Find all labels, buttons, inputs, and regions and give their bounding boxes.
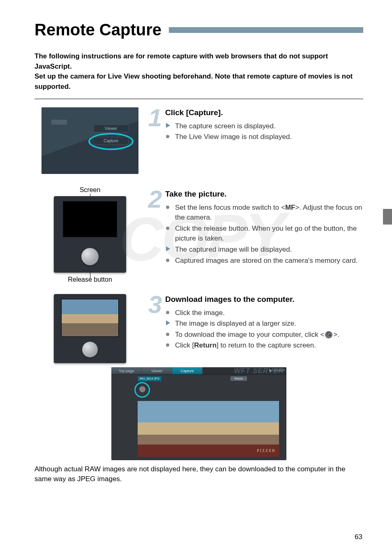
page-title: Remote Capture xyxy=(35,21,161,39)
captured-photo[interactable] xyxy=(138,401,279,457)
step-3-bullets: Click the image.The image is displayed a… xyxy=(165,308,363,351)
page-number: 63 xyxy=(355,533,362,541)
step-1-bullets: The capture screen is displayed.The Live… xyxy=(165,121,363,142)
highlight-circle-icon xyxy=(134,382,150,398)
footnote: Although actual RAW images are not displ… xyxy=(35,464,363,484)
bullet-item: Captured images are stored on the camera… xyxy=(165,256,363,266)
tab-capture[interactable]: Capture xyxy=(172,367,203,374)
step-2-title: Take the picture. xyxy=(165,190,363,199)
tab-viewer[interactable]: Viewer xyxy=(142,367,172,374)
step-2-bullets: Set the lens focus mode switch to <MF>. … xyxy=(165,203,363,266)
step-1-title: Click [Capture]. xyxy=(165,108,363,117)
bullet-text: The capture screen is displayed. xyxy=(175,122,276,130)
filename-badge: IMG_8614.JPG xyxy=(138,376,161,381)
bullet-dot-icon xyxy=(166,206,169,209)
triangle-icon xyxy=(166,246,170,251)
logout-link[interactable]: ▶ LOGOUT xyxy=(270,369,285,372)
horizontal-rule xyxy=(35,99,363,99)
download-icon xyxy=(325,331,332,338)
bullet-text: The Live View image is not displayed. xyxy=(175,133,292,141)
bullet-item: The image is displayed at a larger size. xyxy=(165,319,363,329)
step-1-number: 1 xyxy=(145,107,162,128)
bullet-dot-icon xyxy=(166,227,169,230)
figure-camera-back xyxy=(54,196,126,273)
bullet-dot-icon xyxy=(166,343,169,347)
return-button[interactable]: Return xyxy=(231,376,247,381)
bullet-text: To download the image to your computer, … xyxy=(175,331,339,338)
release-button[interactable] xyxy=(81,248,99,265)
brand-box xyxy=(51,120,67,125)
bullet-dot-icon xyxy=(166,311,169,314)
bullet-item: Click the release button. When you let g… xyxy=(165,224,363,244)
bullet-text: Click [Return] to return to the capture … xyxy=(175,341,316,349)
bullet-item: Click [Return] to return to the capture … xyxy=(165,341,363,351)
screen-label: Screen xyxy=(80,186,101,194)
bullet-item: Set the lens focus mode switch to <MF>. … xyxy=(165,203,363,223)
triangle-icon xyxy=(166,320,170,325)
bullet-text: Captured images are stored on the camera… xyxy=(175,257,358,264)
title-divider-bar xyxy=(169,27,363,33)
bullet-item: The captured image will be displayed. xyxy=(165,245,363,255)
bullet-dot-icon xyxy=(166,259,169,262)
bullet-dot-icon xyxy=(166,333,169,336)
bullet-text: Click the release button. When you let g… xyxy=(175,225,357,243)
bullet-text: The captured image will be displayed. xyxy=(175,246,292,253)
bullet-item: Click the image. xyxy=(165,308,363,318)
bullet-item: The Live View image is not displayed. xyxy=(165,132,363,142)
step-2-number: 2 xyxy=(145,189,162,210)
figure-top-menu: Viewer Capture xyxy=(42,107,138,174)
figure-wft-server: Top page Viewer Capture WFT SERVER ▶ LOG… xyxy=(111,367,286,460)
bullet-text: The image is displayed at a larger size. xyxy=(175,320,296,327)
figure-camera-back-image xyxy=(54,294,126,363)
intro-text: The following instructions are for remot… xyxy=(35,51,363,92)
menu-viewer-button[interactable]: Viewer xyxy=(93,125,129,132)
camera-screen-image[interactable] xyxy=(61,299,119,337)
bullet-text: Set the lens focus mode switch to <MF>. … xyxy=(175,204,362,222)
triangle-icon xyxy=(166,123,170,128)
bullet-dot-icon xyxy=(166,135,169,138)
menu-capture-button[interactable]: Capture xyxy=(93,137,129,145)
bullet-item: To download the image to your computer, … xyxy=(165,330,363,340)
bullet-text: Click the image. xyxy=(175,309,225,317)
tab-top-page[interactable]: Top page xyxy=(111,367,142,374)
release-button[interactable] xyxy=(82,342,98,357)
bullet-item: The capture screen is displayed. xyxy=(165,121,363,132)
side-thumb-tab xyxy=(383,209,392,225)
step-3-title: Download images to the computer. xyxy=(165,295,363,304)
step-3-number: 3 xyxy=(145,294,162,315)
camera-screen xyxy=(63,201,117,237)
